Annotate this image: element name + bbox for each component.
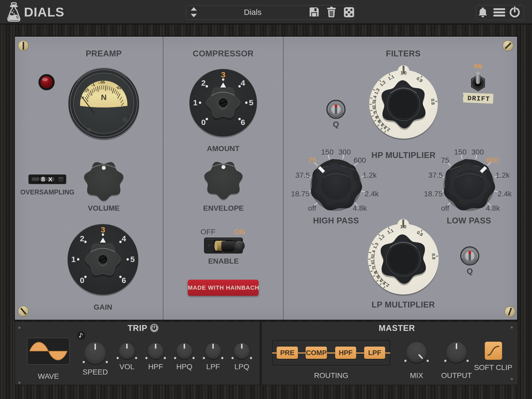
svg-text:300: 300 bbox=[471, 148, 484, 156]
svg-text:150: 150 bbox=[454, 148, 467, 156]
svg-text:3: 3 bbox=[221, 70, 226, 79]
svg-text:150: 150 bbox=[321, 148, 334, 156]
svg-text:4: 4 bbox=[241, 78, 245, 87]
svg-text:18.75: 18.75 bbox=[291, 190, 310, 198]
svg-text:0.8: 0.8 bbox=[431, 253, 437, 260]
svg-text:0: 0 bbox=[80, 276, 84, 285]
svg-text:6: 6 bbox=[122, 276, 126, 285]
svg-text:5: 5 bbox=[130, 255, 135, 264]
svg-text:37.5: 37.5 bbox=[428, 171, 443, 179]
svg-text:1: 1 bbox=[193, 98, 198, 107]
svg-text:1.5: 1.5 bbox=[370, 256, 375, 262]
svg-text:4.8k: 4.8k bbox=[486, 204, 500, 212]
svg-text:4: 4 bbox=[122, 234, 126, 243]
svg-text:300: 300 bbox=[338, 148, 351, 156]
svg-text:1.0: 1.0 bbox=[401, 70, 407, 75]
svg-text:X: X bbox=[48, 176, 52, 183]
svg-text:1.5: 1.5 bbox=[372, 101, 376, 107]
svg-text:2: 2 bbox=[80, 234, 84, 243]
svg-text:3: 3 bbox=[101, 225, 105, 234]
svg-text:N: N bbox=[101, 93, 107, 102]
svg-text:6: 6 bbox=[241, 118, 245, 127]
svg-text:1.2k: 1.2k bbox=[496, 171, 510, 179]
svg-text:1.2k: 1.2k bbox=[363, 171, 377, 179]
svg-text:1: 1 bbox=[71, 255, 76, 264]
svg-text:75: 75 bbox=[308, 156, 316, 164]
svg-text:2.4k: 2.4k bbox=[365, 190, 379, 198]
svg-text:off: off bbox=[441, 204, 449, 212]
svg-text:37.5: 37.5 bbox=[295, 171, 310, 179]
svg-text:600: 600 bbox=[487, 156, 499, 164]
svg-text:0: 0 bbox=[201, 118, 206, 127]
svg-text:2.4k: 2.4k bbox=[498, 190, 512, 198]
svg-text:2: 2 bbox=[201, 78, 206, 87]
svg-text:-.05: -.05 bbox=[98, 80, 105, 85]
svg-text:4.8k: 4.8k bbox=[353, 204, 367, 212]
svg-text:1.0: 1.0 bbox=[400, 224, 406, 229]
svg-text:DRIFT: DRIFT bbox=[467, 95, 490, 103]
svg-text:off: off bbox=[308, 204, 316, 212]
svg-text:8: 8 bbox=[41, 176, 45, 183]
svg-text:0.8: 0.8 bbox=[430, 98, 436, 105]
svg-text:5: 5 bbox=[249, 98, 253, 107]
svg-text:18.75: 18.75 bbox=[424, 190, 443, 198]
